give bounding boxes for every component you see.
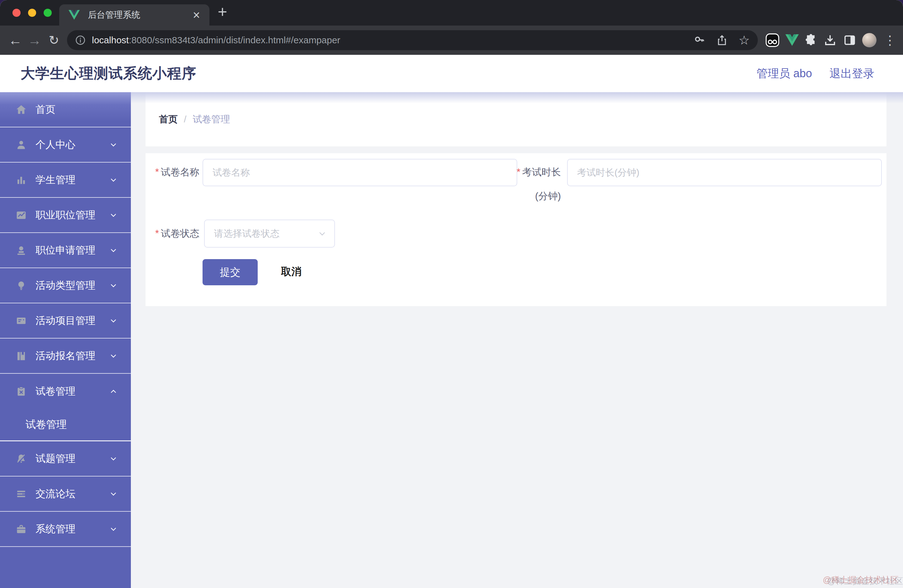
chevron-down-icon <box>109 455 118 463</box>
back-button[interactable]: ← <box>8 25 23 55</box>
forum-icon <box>15 488 27 500</box>
logout-link[interactable]: 退出登录 <box>829 66 874 81</box>
downloads-icon[interactable] <box>822 25 838 55</box>
site-info-icon[interactable] <box>75 35 86 45</box>
chevron-down-icon <box>109 140 118 149</box>
sidebar-subitem-exampaper-manage[interactable]: 试卷管理 <box>0 409 131 441</box>
sidebar-item-system[interactable]: 系统管理 <box>0 512 131 547</box>
sidebar-item-activity-projects[interactable]: 活动项目管理 <box>0 303 131 339</box>
paper-status-select[interactable]: 请选择试卷状态 <box>204 220 335 248</box>
admin-user-label: 管理员 abo <box>757 66 812 81</box>
zoom-window-button[interactable] <box>44 9 52 17</box>
lightbulb-icon <box>15 279 27 292</box>
sidebar-item-activity-types[interactable]: 活动类型管理 <box>0 268 131 303</box>
minimize-window-button[interactable] <box>28 9 36 17</box>
app-title: 大学生心理测试系统小程序 <box>20 64 196 83</box>
reload-button[interactable]: ↻ <box>46 25 62 55</box>
watermark: @稀土掘金技术社区 @稀土掘金技术社区 <box>823 574 899 585</box>
sidebar-item-applications[interactable]: 职位申请管理 <box>0 233 131 268</box>
submit-button[interactable]: 提交 <box>203 259 258 285</box>
sidebar-item-questions[interactable]: 试题管理 <box>0 441 131 477</box>
address-bar[interactable]: localhost:8080/ssm834t3/admin/dist/index… <box>67 30 758 50</box>
sidebar: 首页 个人中心 学生管理 职业职位管理 职位申请管理 <box>0 92 131 588</box>
trend-chart-icon <box>15 209 27 221</box>
browser-tab[interactable]: 后台管理系统 × <box>59 5 209 25</box>
exam-duration-unit: (分钟) <box>504 188 561 204</box>
sidebar-item-activity-signups[interactable]: 活动报名管理 <box>0 339 131 374</box>
traffic-lights <box>13 9 52 17</box>
chevron-down-icon <box>109 317 118 325</box>
browser-menu-icon[interactable]: ⋮ <box>882 25 898 55</box>
main-content: 首页 / 试卷管理 *试卷名称 *考试时长 (分钟) *试卷状态 请选择试卷状态 <box>131 92 903 588</box>
clipboard-icon <box>15 385 27 398</box>
chevron-down-icon <box>109 489 118 498</box>
share-icon[interactable] <box>716 34 728 46</box>
system-icon <box>15 523 27 535</box>
breadcrumb: 首页 / 试卷管理 <box>159 113 230 126</box>
breadcrumb-separator: / <box>184 114 186 125</box>
exampaper-form-card: *试卷名称 *考试时长 (分钟) *试卷状态 请选择试卷状态 提交 取消 <box>146 153 886 306</box>
chevron-down-icon <box>109 176 118 184</box>
sidebar-item-exampapers[interactable]: 试卷管理 <box>0 374 131 409</box>
breadcrumb-card: 首页 / 试卷管理 <box>146 92 886 146</box>
paper-status-label: *试卷状态 <box>146 226 200 241</box>
chevron-down-icon <box>109 246 118 255</box>
applicant-icon <box>15 244 27 257</box>
cancel-button[interactable]: 取消 <box>281 265 302 279</box>
bookmark-star-icon[interactable]: ☆ <box>738 33 750 47</box>
forward-button[interactable]: → <box>27 25 42 55</box>
vue-devtools-icon[interactable] <box>784 25 800 55</box>
new-tab-button[interactable]: + <box>214 3 231 20</box>
sidebar-item-students[interactable]: 学生管理 <box>0 163 131 198</box>
bar-chart-icon <box>15 174 27 186</box>
exam-duration-label: *考试时长 (分钟) <box>504 165 561 204</box>
browser-window: 后台管理系统 × + ← → ↻ localhost:8080/ssm834t3… <box>0 0 903 588</box>
vue-favicon-icon <box>69 10 80 20</box>
tab-strip: 后台管理系统 × + <box>0 0 903 25</box>
user-icon <box>15 139 27 151</box>
chevron-down-icon <box>109 281 118 290</box>
paper-name-label: *试卷名称 <box>146 165 200 180</box>
browser-toolbar: ← → ↻ localhost:8080/ssm834t3/admin/dist… <box>0 25 903 55</box>
exam-duration-input[interactable] <box>567 159 882 186</box>
select-chevron-down-icon <box>318 229 327 238</box>
close-window-button[interactable] <box>13 9 20 17</box>
url-text[interactable]: localhost:8080/ssm834t3/admin/dist/index… <box>92 35 683 45</box>
tab-title: 后台管理系统 <box>88 9 193 21</box>
sidebar-item-forum[interactable]: 交流论坛 <box>0 477 131 512</box>
chevron-down-icon <box>109 211 118 220</box>
chevron-down-icon <box>109 525 118 533</box>
sidebar-item-profile[interactable]: 个人中心 <box>0 127 131 163</box>
oo-extension-icon[interactable] <box>765 25 780 55</box>
card-icon <box>15 315 27 327</box>
profile-avatar[interactable] <box>861 25 878 55</box>
sidebar-item-careers[interactable]: 职业职位管理 <box>0 198 131 233</box>
bell-off-icon <box>15 453 27 465</box>
notebook-icon <box>15 350 27 362</box>
tab-close-icon[interactable]: × <box>193 9 200 21</box>
breadcrumb-current: 试卷管理 <box>193 113 230 126</box>
paper-name-input[interactable] <box>203 159 517 186</box>
chevron-up-icon <box>109 387 118 396</box>
extensions-puzzle-icon[interactable] <box>803 25 819 55</box>
sidebar-item-home[interactable]: 首页 <box>0 92 131 127</box>
select-placeholder: 请选择试卷状态 <box>214 227 318 240</box>
home-icon <box>15 103 27 116</box>
breadcrumb-home[interactable]: 首页 <box>159 113 178 126</box>
password-key-icon[interactable] <box>694 34 705 46</box>
chevron-down-icon <box>109 351 118 360</box>
app-header: 大学生心理测试系统小程序 管理员 abo 退出登录 <box>0 55 903 92</box>
side-panel-icon[interactable] <box>842 25 858 55</box>
